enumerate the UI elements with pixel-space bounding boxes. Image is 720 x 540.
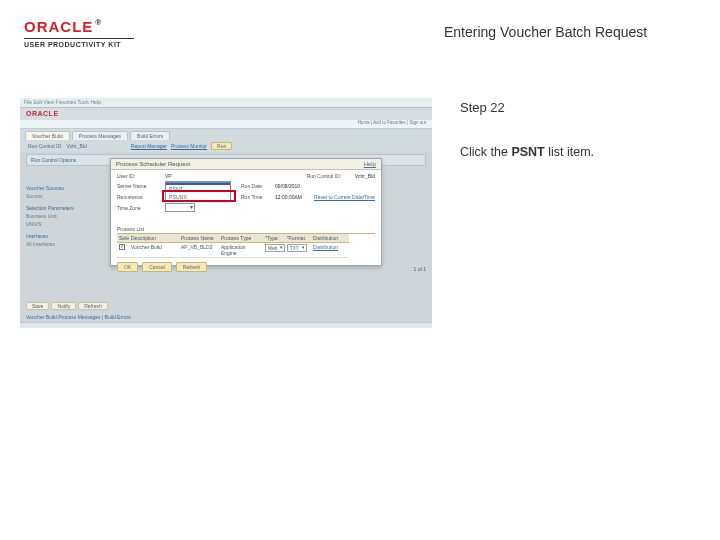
all-interfaces-label: All Interfaces xyxy=(26,240,106,248)
registered-mark: ® xyxy=(95,18,102,27)
dialog-title: Process Scheduler Request xyxy=(116,161,190,167)
embedded-screenshot: File Edit View Favorites Tools Help ORAC… xyxy=(20,98,432,328)
runcntl-value: Vchr_Bld xyxy=(66,143,86,149)
process-scheduler-request-dialog: Process Scheduler Request Help User ID: … xyxy=(110,158,382,266)
save-button[interactable]: Save xyxy=(26,302,49,310)
help-link[interactable]: Help xyxy=(364,161,376,167)
row-format-cell: TXT xyxy=(285,243,311,258)
run-time-value: 12:00:00AM xyxy=(275,194,302,200)
row-type-select[interactable]: Web xyxy=(265,244,285,252)
run-control-id-label: Run Control ID: xyxy=(307,173,355,179)
th-process-type: Process Type xyxy=(219,234,263,243)
side-pane: Voucher Sources Source: Selection Parame… xyxy=(26,180,106,248)
oracle-logo-text: ORACLE xyxy=(24,18,93,35)
th-description: Description xyxy=(129,234,179,243)
th-process-name: Process Name xyxy=(179,234,219,243)
interfaces-header: Interfaces xyxy=(26,232,106,240)
instruction-panel: Step 22 Click the PSNT list item. xyxy=(432,98,594,159)
process-list-header: Process List xyxy=(117,226,375,234)
recurrence-label: Recurrence xyxy=(117,194,165,200)
cancel-button[interactable]: Cancel xyxy=(142,262,172,272)
th-type: *Type xyxy=(263,234,285,243)
row-format-select[interactable]: TXT xyxy=(287,244,307,252)
selection-params-header: Selection Parameters xyxy=(26,204,106,212)
refresh-button[interactable]: Refresh xyxy=(176,262,208,272)
row-process-name: AP_VB_BLD2 xyxy=(179,243,219,258)
th-format: *Format xyxy=(285,234,311,243)
app-brand-text: ORACLE xyxy=(26,110,59,117)
logo-divider xyxy=(24,38,134,39)
user-id-value: VP xyxy=(165,173,172,179)
process-monitor-link[interactable]: Process Monitor xyxy=(171,143,207,149)
action-bold: PSNT xyxy=(511,145,544,159)
server-name-dropdown: PSNT PSUNX xyxy=(165,182,231,202)
page-footer-buttons: Save Notify Refresh xyxy=(26,302,108,310)
step-action: Click the PSNT list item. xyxy=(460,145,594,159)
user-id-label: User ID: xyxy=(117,173,165,179)
process-list-table: Select Description Process Name Process … xyxy=(117,234,375,258)
tab-voucher-build[interactable]: Voucher Build xyxy=(25,131,70,140)
run-control-row: Run Control ID: Vchr_Bld Report Manager … xyxy=(20,140,432,152)
business-unit-value: UNIVS xyxy=(26,220,106,228)
row-select-cell xyxy=(117,243,129,258)
app-subnav: Home | Add to Favorites | Sign out xyxy=(20,120,432,129)
runcntl-label: Run Control ID: xyxy=(28,143,62,149)
row-process-type: Application Engine xyxy=(219,243,263,258)
document-title: Entering Voucher Batch Request xyxy=(154,18,696,40)
run-button[interactable]: Run xyxy=(211,142,232,150)
run-date-value: 09/08/2010 xyxy=(275,183,300,189)
source-label: Source: xyxy=(26,192,106,200)
row-type-cell: Web xyxy=(263,243,285,258)
tab-process-messages[interactable]: Process Messages xyxy=(72,131,128,140)
browser-statusbar xyxy=(20,322,432,328)
server-option-psnt[interactable]: PSNT xyxy=(166,185,230,193)
footer-refresh-button[interactable]: Refresh xyxy=(78,302,108,310)
action-post: list item. xyxy=(545,145,594,159)
ok-button[interactable]: OK xyxy=(117,262,138,272)
oracle-logo: ORACLE® xyxy=(24,18,154,35)
notify-button[interactable]: Notify xyxy=(51,302,76,310)
th-select: Select xyxy=(117,234,129,243)
tab-build-errors[interactable]: Build Errors xyxy=(130,131,170,140)
page-footer-links: Voucher Build Process Messages | Build E… xyxy=(26,314,131,320)
server-option-psunx[interactable]: PSUNX xyxy=(166,193,230,201)
business-unit-label: Business Unit: xyxy=(26,212,106,220)
step-label: Step 22 xyxy=(460,100,594,115)
report-manager-link[interactable]: Report Manager xyxy=(131,143,167,149)
run-time-label: Run Time xyxy=(241,194,275,200)
time-zone-select[interactable] xyxy=(165,203,195,212)
row-select-checkbox[interactable] xyxy=(119,244,125,250)
dialog-titlebar: Process Scheduler Request Help xyxy=(111,159,381,170)
run-date-label: Run Date xyxy=(241,183,275,189)
upk-subtitle: USER PRODUCTIVITY KIT xyxy=(24,41,154,48)
browser-chrome: File Edit View Favorites Tools Help xyxy=(20,98,432,108)
page-tabs: Voucher Build Process Messages Build Err… xyxy=(20,129,432,140)
app-brand-bar: ORACLE xyxy=(20,108,432,120)
run-control-id-value: Vchr_Bld xyxy=(355,173,375,179)
time-zone-label: Time Zone xyxy=(117,205,165,211)
action-pre: Click the xyxy=(460,145,511,159)
record-nav: 1 of 1 xyxy=(413,266,426,272)
th-distribution: Distribution xyxy=(311,234,349,243)
voucher-sources-header: Voucher Sources xyxy=(26,184,106,192)
row-description: Voucher Build xyxy=(129,243,179,258)
row-distribution-link[interactable]: Distribution xyxy=(311,243,349,258)
reset-datetime-link[interactable]: Reset to Current Date/Time xyxy=(314,194,375,200)
oracle-logo-block: ORACLE® USER PRODUCTIVITY KIT xyxy=(24,18,154,48)
server-name-label: Server Name xyxy=(117,183,165,189)
